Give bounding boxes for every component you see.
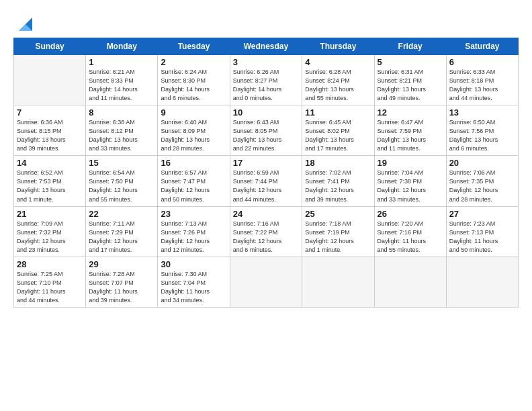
- calendar-cell: 11Sunrise: 6:45 AMSunset: 8:02 PMDayligh…: [302, 105, 374, 156]
- calendar-cell: 15Sunrise: 6:54 AMSunset: 7:50 PMDayligh…: [86, 156, 158, 206]
- day-info: Sunrise: 7:16 AMSunset: 7:22 PMDaylight:…: [233, 220, 300, 255]
- day-info: Sunrise: 6:45 AMSunset: 8:02 PMDaylight:…: [305, 118, 371, 153]
- day-info: Sunrise: 7:30 AMSunset: 7:04 PMDaylight:…: [161, 270, 226, 305]
- day-info: Sunrise: 6:47 AMSunset: 7:59 PMDaylight:…: [378, 118, 443, 153]
- calendar-header-friday: Friday: [374, 38, 446, 55]
- day-number: 30: [161, 259, 226, 269]
- day-number: 21: [17, 209, 83, 219]
- day-number: 29: [89, 259, 154, 269]
- day-info: Sunrise: 6:40 AMSunset: 8:09 PMDaylight:…: [161, 118, 226, 153]
- day-info: Sunrise: 6:50 AMSunset: 7:56 PMDaylight:…: [449, 118, 515, 153]
- calendar-header-thursday: Thursday: [302, 38, 374, 55]
- day-info: Sunrise: 7:02 AMSunset: 7:41 PMDaylight:…: [305, 169, 371, 203]
- logo-icon: [16, 15, 35, 34]
- day-number: 24: [233, 209, 300, 219]
- calendar-header-tuesday: Tuesday: [158, 38, 230, 55]
- day-number: 17: [233, 158, 300, 168]
- day-number: 27: [449, 209, 515, 219]
- calendar-cell: [446, 257, 518, 307]
- day-info: Sunrise: 6:43 AMSunset: 8:05 PMDaylight:…: [233, 118, 300, 153]
- calendar-cell: 29Sunrise: 7:28 AMSunset: 7:07 PMDayligh…: [86, 257, 158, 307]
- day-info: Sunrise: 6:24 AMSunset: 8:30 PMDaylight:…: [161, 68, 226, 103]
- calendar-week-3: 14Sunrise: 6:52 AMSunset: 7:53 PMDayligh…: [14, 156, 519, 206]
- calendar-cell: 14Sunrise: 6:52 AMSunset: 7:53 PMDayligh…: [14, 156, 86, 206]
- calendar-cell: 27Sunrise: 7:23 AMSunset: 7:13 PMDayligh…: [446, 206, 518, 257]
- calendar-header-monday: Monday: [86, 38, 158, 55]
- day-number: 18: [305, 158, 371, 168]
- day-info: Sunrise: 6:28 AMSunset: 8:24 PMDaylight:…: [305, 68, 371, 103]
- day-number: 9: [161, 107, 226, 118]
- day-number: 16: [161, 158, 226, 168]
- calendar: SundayMondayTuesdayWednesdayThursdayFrid…: [13, 38, 519, 308]
- calendar-cell: 13Sunrise: 6:50 AMSunset: 7:56 PMDayligh…: [446, 105, 518, 156]
- day-info: Sunrise: 7:06 AMSunset: 7:35 PMDaylight:…: [449, 169, 515, 203]
- calendar-cell: 7Sunrise: 6:36 AMSunset: 8:15 PMDaylight…: [14, 105, 86, 156]
- calendar-cell: 28Sunrise: 7:25 AMSunset: 7:10 PMDayligh…: [14, 257, 86, 307]
- calendar-header-saturday: Saturday: [446, 38, 518, 55]
- calendar-cell: 5Sunrise: 6:31 AMSunset: 8:21 PMDaylight…: [374, 55, 446, 105]
- calendar-cell: [374, 257, 446, 307]
- calendar-cell: 12Sunrise: 6:47 AMSunset: 7:59 PMDayligh…: [374, 105, 446, 156]
- header: [13, 12, 519, 34]
- day-info: Sunrise: 7:20 AMSunset: 7:16 PMDaylight:…: [378, 220, 443, 255]
- calendar-cell: 3Sunrise: 6:26 AMSunset: 8:27 PMDaylight…: [230, 55, 302, 105]
- day-info: Sunrise: 6:33 AMSunset: 8:18 PMDaylight:…: [449, 68, 515, 103]
- day-number: 2: [161, 57, 226, 67]
- calendar-cell: [14, 55, 86, 105]
- day-info: Sunrise: 6:36 AMSunset: 8:15 PMDaylight:…: [17, 118, 83, 153]
- day-number: 1: [89, 57, 154, 67]
- calendar-header-wednesday: Wednesday: [230, 38, 302, 55]
- calendar-week-1: 1Sunrise: 6:21 AMSunset: 8:33 PMDaylight…: [14, 55, 519, 105]
- day-number: 3: [233, 57, 300, 67]
- day-number: 8: [89, 107, 154, 118]
- calendar-cell: 4Sunrise: 6:28 AMSunset: 8:24 PMDaylight…: [302, 55, 374, 105]
- day-number: 7: [17, 107, 83, 118]
- day-number: 11: [305, 107, 371, 118]
- calendar-cell: 25Sunrise: 7:18 AMSunset: 7:19 PMDayligh…: [302, 206, 374, 257]
- calendar-week-5: 28Sunrise: 7:25 AMSunset: 7:10 PMDayligh…: [14, 257, 519, 307]
- day-number: 5: [378, 57, 443, 67]
- day-info: Sunrise: 6:59 AMSunset: 7:44 PMDaylight:…: [233, 169, 300, 203]
- day-info: Sunrise: 7:09 AMSunset: 7:32 PMDaylight:…: [17, 220, 83, 255]
- calendar-cell: [230, 257, 302, 307]
- day-info: Sunrise: 7:18 AMSunset: 7:19 PMDaylight:…: [305, 220, 371, 255]
- calendar-cell: 2Sunrise: 6:24 AMSunset: 8:30 PMDaylight…: [158, 55, 230, 105]
- calendar-header-sunday: Sunday: [14, 38, 86, 55]
- day-number: 20: [449, 158, 515, 168]
- logo: [13, 15, 35, 34]
- day-number: 22: [89, 209, 154, 219]
- day-number: 14: [17, 158, 83, 168]
- day-info: Sunrise: 7:13 AMSunset: 7:26 PMDaylight:…: [161, 220, 226, 255]
- calendar-cell: 24Sunrise: 7:16 AMSunset: 7:22 PMDayligh…: [230, 206, 302, 257]
- calendar-cell: 10Sunrise: 6:43 AMSunset: 8:05 PMDayligh…: [230, 105, 302, 156]
- day-number: 25: [305, 209, 371, 219]
- day-number: 19: [378, 158, 443, 168]
- calendar-week-2: 7Sunrise: 6:36 AMSunset: 8:15 PMDaylight…: [14, 105, 519, 156]
- calendar-cell: 19Sunrise: 7:04 AMSunset: 7:38 PMDayligh…: [374, 156, 446, 206]
- day-number: 28: [17, 259, 83, 269]
- day-info: Sunrise: 7:25 AMSunset: 7:10 PMDaylight:…: [17, 270, 83, 305]
- calendar-cell: 16Sunrise: 6:57 AMSunset: 7:47 PMDayligh…: [158, 156, 230, 206]
- day-info: Sunrise: 6:21 AMSunset: 8:33 PMDaylight:…: [89, 68, 154, 103]
- day-info: Sunrise: 6:57 AMSunset: 7:47 PMDaylight:…: [161, 169, 226, 203]
- page: SundayMondayTuesdayWednesdayThursdayFrid…: [0, 0, 532, 411]
- calendar-week-4: 21Sunrise: 7:09 AMSunset: 7:32 PMDayligh…: [14, 206, 519, 257]
- day-info: Sunrise: 7:23 AMSunset: 7:13 PMDaylight:…: [449, 220, 515, 255]
- calendar-cell: 1Sunrise: 6:21 AMSunset: 8:33 PMDaylight…: [86, 55, 158, 105]
- day-info: Sunrise: 7:04 AMSunset: 7:38 PMDaylight:…: [378, 169, 443, 203]
- calendar-cell: 6Sunrise: 6:33 AMSunset: 8:18 PMDaylight…: [446, 55, 518, 105]
- day-number: 6: [449, 57, 515, 67]
- calendar-cell: 20Sunrise: 7:06 AMSunset: 7:35 PMDayligh…: [446, 156, 518, 206]
- calendar-cell: 18Sunrise: 7:02 AMSunset: 7:41 PMDayligh…: [302, 156, 374, 206]
- day-number: 26: [378, 209, 443, 219]
- day-info: Sunrise: 7:11 AMSunset: 7:29 PMDaylight:…: [89, 220, 154, 255]
- calendar-cell: 17Sunrise: 6:59 AMSunset: 7:44 PMDayligh…: [230, 156, 302, 206]
- calendar-cell: 8Sunrise: 6:38 AMSunset: 8:12 PMDaylight…: [86, 105, 158, 156]
- day-number: 15: [89, 158, 154, 168]
- day-number: 10: [233, 107, 300, 118]
- day-number: 23: [161, 209, 226, 219]
- calendar-header-row: SundayMondayTuesdayWednesdayThursdayFrid…: [14, 38, 519, 55]
- day-info: Sunrise: 7:28 AMSunset: 7:07 PMDaylight:…: [89, 270, 154, 305]
- calendar-cell: 22Sunrise: 7:11 AMSunset: 7:29 PMDayligh…: [86, 206, 158, 257]
- calendar-cell: 21Sunrise: 7:09 AMSunset: 7:32 PMDayligh…: [14, 206, 86, 257]
